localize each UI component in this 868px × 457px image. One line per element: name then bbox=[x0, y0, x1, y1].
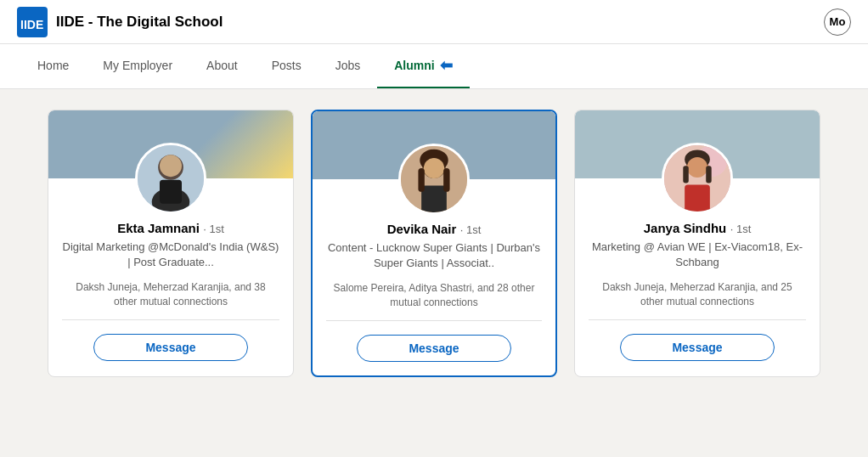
svg-rect-6 bbox=[160, 180, 182, 204]
avatar-wrap-janya bbox=[662, 143, 733, 214]
company-logo-icon: IIDE bbox=[17, 7, 48, 37]
card-divider-ekta bbox=[62, 319, 279, 320]
avatar-wrap-devika bbox=[398, 144, 470, 215]
svg-text:IIDE: IIDE bbox=[20, 18, 43, 31]
avatar-wrap-ekta bbox=[135, 143, 206, 214]
nav-item-home[interactable]: Home bbox=[20, 47, 86, 86]
card-body-janya: Janya Sindhu · 1st Marketing @ Avian WE … bbox=[575, 221, 820, 361]
mutual-connections-janya: Daksh Juneja, Meherzad Karanjia, and 25 … bbox=[589, 280, 806, 309]
svg-rect-12 bbox=[418, 168, 424, 192]
mutual-connections-devika: Salome Pereira, Aditya Shastri, and 28 o… bbox=[326, 281, 542, 310]
person-name-devika: Devika Nair · 1st bbox=[326, 222, 542, 237]
svg-rect-19 bbox=[685, 184, 710, 212]
avatar-janya bbox=[662, 143, 733, 214]
alumni-card-janya: Janya Sindhu · 1st Marketing @ Avian WE … bbox=[574, 110, 820, 377]
svg-rect-20 bbox=[683, 166, 689, 183]
more-button[interactable]: Mo bbox=[824, 8, 851, 36]
message-button-ekta[interactable]: Message bbox=[93, 334, 247, 361]
svg-point-18 bbox=[687, 157, 707, 178]
svg-rect-21 bbox=[706, 166, 712, 183]
alumni-arrow-icon: ⬅ bbox=[440, 56, 453, 75]
svg-rect-11 bbox=[421, 185, 447, 212]
person-title-devika: Content - Lucknow Super Giants | Durban'… bbox=[326, 240, 542, 271]
card-body-devika: Devika Nair · 1st Content - Lucknow Supe… bbox=[313, 222, 555, 362]
mutual-connections-ekta: Daksh Juneja, Meherzad Karanjia, and 38 … bbox=[62, 280, 279, 309]
message-button-janya[interactable]: Message bbox=[620, 334, 774, 361]
nav-item-about[interactable]: About bbox=[189, 47, 255, 86]
card-banner-ekta bbox=[48, 110, 293, 178]
alumni-content: Ekta Jamnani · 1st Digital Marketing @Mc… bbox=[0, 89, 868, 398]
company-name: IIDE - The Digital School bbox=[56, 14, 223, 31]
person-name-janya: Janya Sindhu · 1st bbox=[589, 221, 806, 236]
nav-item-my-employer[interactable]: My Employer bbox=[86, 47, 189, 86]
person-name-ekta: Ekta Jamnani · 1st bbox=[62, 221, 279, 236]
header-right: Mo bbox=[824, 8, 851, 36]
card-banner-devika bbox=[313, 111, 555, 179]
nav-item-jobs[interactable]: Jobs bbox=[318, 47, 378, 86]
avatar-ekta bbox=[135, 143, 206, 214]
card-body-ekta: Ekta Jamnani · 1st Digital Marketing @Mc… bbox=[48, 221, 293, 361]
main-nav: Home My Employer About Posts Jobs Alumni… bbox=[0, 44, 868, 89]
person-title-ekta: Digital Marketing @McDonald's India (W&S… bbox=[62, 240, 279, 270]
avatar-devika bbox=[398, 144, 470, 215]
card-banner-janya bbox=[575, 110, 820, 178]
card-divider-janya bbox=[589, 319, 806, 320]
nav-item-posts[interactable]: Posts bbox=[255, 47, 318, 86]
header: IIDE IIDE - The Digital School Mo bbox=[0, 0, 868, 44]
svg-point-10 bbox=[424, 158, 444, 178]
logo-area: IIDE IIDE - The Digital School bbox=[17, 7, 223, 37]
person-title-janya: Marketing @ Avian WE | Ex-Viacom18, Ex-S… bbox=[589, 240, 806, 270]
alumni-card-devika: Devika Nair · 1st Content - Lucknow Supe… bbox=[311, 110, 557, 377]
svg-point-5 bbox=[160, 155, 182, 177]
card-divider-devika bbox=[326, 320, 542, 321]
message-button-devika[interactable]: Message bbox=[357, 335, 510, 362]
nav-item-alumni[interactable]: Alumni ⬅ bbox=[377, 44, 469, 88]
svg-rect-13 bbox=[443, 168, 449, 192]
alumni-card-ekta: Ekta Jamnani · 1st Digital Marketing @Mc… bbox=[48, 110, 294, 377]
